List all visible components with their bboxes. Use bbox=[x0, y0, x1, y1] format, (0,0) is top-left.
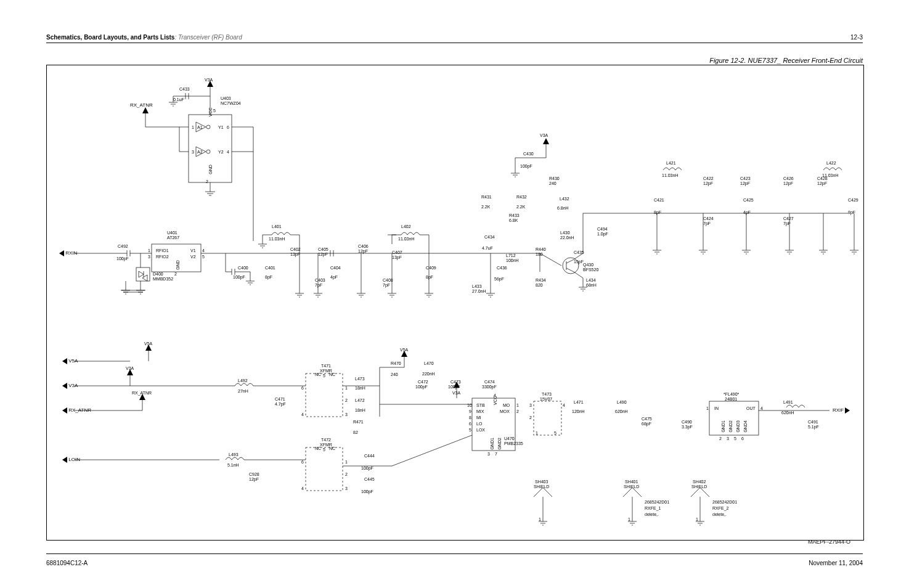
r430-val: 240 bbox=[549, 181, 556, 186]
sh401-del: delete,. bbox=[645, 512, 659, 517]
t473-p2: 2 bbox=[529, 415, 532, 420]
c474-val: 3300pF bbox=[482, 385, 497, 390]
u470-lo: LO bbox=[476, 422, 482, 427]
u470-p3: 3 bbox=[487, 452, 490, 457]
rail-v3a-mid: V3A bbox=[126, 366, 134, 371]
svg-rect-40 bbox=[136, 267, 150, 281]
l490-val: 620nH bbox=[615, 409, 628, 414]
t471-nc2: NC bbox=[329, 372, 335, 377]
c422-ref: C422 bbox=[703, 176, 714, 181]
c408-ref: C408 bbox=[383, 278, 393, 283]
c928-ref: C928 bbox=[249, 472, 259, 477]
u403-part: NC7WZ04 bbox=[221, 101, 241, 106]
l473-ref: L473 bbox=[355, 377, 365, 382]
l434-ref: L434 bbox=[586, 278, 596, 283]
c491-ref: C491 bbox=[808, 420, 818, 425]
r433-val: 6.8K bbox=[509, 218, 518, 223]
t471-p1: 1 bbox=[345, 386, 348, 391]
t472-p6: 6 bbox=[301, 460, 304, 465]
port-icon bbox=[62, 407, 67, 414]
c429-ref: C429 bbox=[848, 198, 858, 203]
u470-p7: 7 bbox=[495, 452, 497, 457]
t472-p5: 5 bbox=[323, 447, 325, 452]
port-icon bbox=[845, 407, 850, 414]
l401-ref: L401 bbox=[272, 224, 282, 229]
svg-text:4: 4 bbox=[227, 150, 229, 154]
svg-marker-41 bbox=[139, 271, 144, 277]
r430-ref: R430 bbox=[549, 176, 560, 181]
c427-val: 7pF bbox=[783, 221, 791, 226]
c444-val: 100pF bbox=[361, 466, 373, 471]
t471-nc1: NC bbox=[315, 372, 321, 377]
fl490-p5: 5 bbox=[734, 436, 736, 441]
c406-val: 12pF bbox=[358, 249, 368, 254]
u403-y2: Y2 bbox=[218, 150, 224, 155]
c436-ref: C436 bbox=[497, 266, 507, 271]
c409-val: 8pF bbox=[426, 275, 433, 280]
u470-part: PMB2335 bbox=[504, 441, 523, 446]
header-title-light: : Transceiver (RF) Board bbox=[174, 34, 242, 41]
port-rx-atnr-bot: RX_ATNR bbox=[62, 407, 91, 414]
footer-doc-id: 6881094C12-A bbox=[46, 560, 88, 566]
c471-val: 4.7pF bbox=[275, 402, 286, 407]
l430-val: 22.0nH bbox=[560, 235, 574, 240]
svg-text:1: 1 bbox=[192, 125, 194, 129]
svg-marker-43 bbox=[142, 275, 147, 281]
r431-val: 2.2K bbox=[481, 205, 490, 210]
l402-ref: L402 bbox=[401, 224, 411, 229]
svg-point-10 bbox=[206, 125, 210, 129]
fl490-p1: 1 bbox=[706, 406, 709, 411]
c407-ref: C407 bbox=[392, 250, 402, 255]
l470-val: 220nH bbox=[422, 372, 435, 377]
fl490-ref: *FL490* bbox=[724, 392, 739, 397]
port-loin: LOIN bbox=[62, 457, 80, 463]
t473-p4: 4 bbox=[563, 403, 565, 408]
r433-ref: R433 bbox=[509, 213, 520, 218]
u470-gnd2: GND2 bbox=[497, 438, 502, 449]
u470-mox: MOX bbox=[500, 409, 510, 414]
fl490-part: 24B01 bbox=[725, 397, 737, 402]
fl490-out: OUT bbox=[746, 406, 756, 411]
t471-p5: 5 bbox=[323, 374, 325, 378]
port-icon bbox=[62, 457, 67, 463]
l433-val: 27.0nH bbox=[472, 289, 486, 294]
svg-line-113 bbox=[574, 272, 583, 278]
t472-ref: T472 bbox=[321, 438, 331, 443]
svg-marker-144 bbox=[543, 138, 549, 144]
c445-ref: C445 bbox=[364, 477, 375, 482]
u401-part: AT267 bbox=[167, 235, 179, 240]
l402-val: 11.03nH bbox=[398, 237, 414, 242]
u403-ref: U403 bbox=[221, 96, 231, 101]
svg-point-12 bbox=[206, 150, 210, 153]
l430-ref: L430 bbox=[560, 231, 570, 235]
c434-ref: C434 bbox=[484, 235, 495, 240]
c430-ref: C430 bbox=[523, 152, 534, 157]
c424-ref: C424 bbox=[703, 216, 714, 221]
c407-val: 13pF bbox=[392, 255, 402, 260]
fl490-p6: 6 bbox=[741, 436, 744, 441]
port-icon bbox=[62, 383, 67, 389]
u401-p3: 3 bbox=[148, 255, 150, 259]
schematic-frame: 1 3 6 4 bbox=[46, 65, 864, 541]
sh402-name: RXFE_2 bbox=[712, 506, 728, 511]
c423-val: 12pF bbox=[740, 181, 750, 186]
t473-ref: T473 bbox=[542, 392, 552, 397]
c405-val: 12pF bbox=[318, 252, 328, 257]
sh402-pin1: 1 bbox=[696, 517, 698, 522]
svg-line-110 bbox=[540, 253, 561, 266]
l493-ref: L493 bbox=[229, 452, 238, 457]
t472-nc2: NC bbox=[329, 446, 335, 451]
c400-val: 100pF bbox=[233, 275, 245, 280]
u470-p4: 4 bbox=[494, 393, 496, 398]
r432-val: 2.2K bbox=[516, 205, 525, 210]
port-loin-label: LOIN bbox=[68, 457, 80, 462]
c426-ref: C426 bbox=[783, 176, 794, 181]
sh402-ref: SH402 bbox=[693, 480, 706, 484]
u401-p4: 4 bbox=[202, 248, 205, 253]
r470-val: 240 bbox=[391, 372, 398, 377]
rail-label-v3a: V3A bbox=[205, 78, 213, 83]
r471-val: 82 bbox=[353, 430, 358, 435]
d400-ref: D400 bbox=[153, 272, 163, 277]
c444-ref: C444 bbox=[364, 454, 375, 459]
sh401-pn: 2685242D01 bbox=[645, 500, 669, 505]
